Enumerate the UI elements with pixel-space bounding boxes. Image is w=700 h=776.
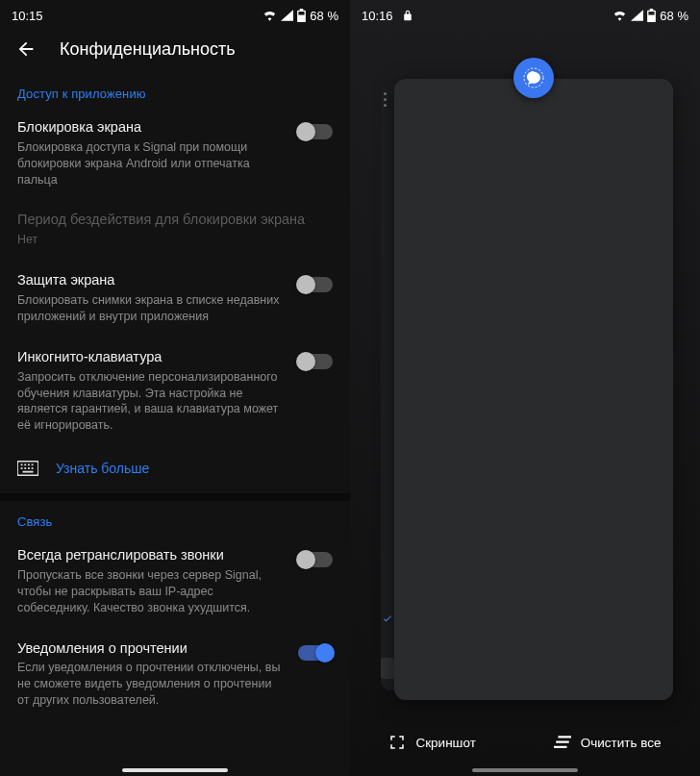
inactivity-title: Период бездействия для блокировки экрана <box>17 211 333 229</box>
recent-card-behind[interactable] <box>381 85 394 690</box>
screenshot-icon <box>388 734 406 751</box>
setting-read-receipts[interactable]: Уведомления о прочтении Если уведомления… <box>0 630 350 722</box>
section-comm-title: Связь <box>0 501 350 537</box>
read-receipts-title: Уведомления о прочтении <box>17 639 283 658</box>
svg-rect-6 <box>21 467 23 469</box>
inactivity-sub: Нет <box>17 232 333 248</box>
recent-app-card[interactable] <box>394 79 673 700</box>
incognito-sub: Запросить отключение персонализированног… <box>17 369 283 435</box>
lock-icon <box>403 10 412 21</box>
relay-sub: Пропускать все звонки через сервер Signa… <box>17 567 283 616</box>
section-access-title: Доступ к приложению <box>0 73 350 109</box>
svg-rect-3 <box>24 464 26 466</box>
signal-app-icon[interactable] <box>513 58 554 98</box>
read-receipts-sub: Если уведомления о прочтении отключены, … <box>17 660 283 709</box>
svg-rect-7 <box>24 467 26 469</box>
setting-screen-lock[interactable]: Блокировка экрана Блокировка доступа к S… <box>0 109 350 201</box>
svg-rect-8 <box>28 467 30 469</box>
screen-security-sub: Блокировать снимки экрана в списке недав… <box>17 292 283 325</box>
battery-icon <box>647 9 656 22</box>
svg-rect-11 <box>649 12 655 15</box>
battery-percent-right: 68 % <box>660 9 688 23</box>
screen-lock-sub: Блокировка доступа к Signal при помощи б… <box>17 139 283 188</box>
settings-screen: 10:15 68 % Конфиденциальность Доступ к п… <box>0 0 350 776</box>
status-time-right: 10:16 <box>362 9 412 23</box>
nav-pill-left[interactable] <box>122 768 228 772</box>
back-arrow-icon[interactable] <box>15 38 37 60</box>
section-divider <box>0 493 350 501</box>
battery-icon <box>297 9 306 22</box>
svg-rect-9 <box>32 467 34 469</box>
screen-security-title: Защита экрана <box>17 271 283 289</box>
screen-lock-toggle[interactable] <box>298 124 333 139</box>
checkmark-icon <box>381 612 394 625</box>
screenshot-label: Скриншот <box>415 736 475 750</box>
status-time: 10:15 <box>12 9 43 23</box>
clear-all-icon <box>554 736 571 749</box>
status-bar-left: 10:15 68 % <box>0 0 350 31</box>
wifi-icon <box>262 10 277 21</box>
signal-icon <box>281 10 293 21</box>
wifi-icon <box>612 10 627 21</box>
recents-actions: Скриншот Очистить все <box>350 726 700 759</box>
setting-screen-security[interactable]: Защита экрана Блокировать снимки экрана … <box>0 262 350 338</box>
status-icons: 68 % <box>262 9 338 23</box>
svg-rect-5 <box>32 464 34 466</box>
learn-more-link[interactable]: Узнать больше <box>56 461 149 476</box>
more-icon <box>384 92 387 107</box>
clear-all-button[interactable]: Очистить все <box>542 728 673 758</box>
screenshot-button[interactable]: Скриншот <box>377 726 487 759</box>
svg-rect-4 <box>28 464 30 466</box>
incognito-toggle[interactable] <box>298 354 333 369</box>
recents-screen: 10:16 68 % <box>350 0 700 776</box>
relay-title: Всегда ретранслировать звонки <box>17 546 283 564</box>
svg-rect-2 <box>21 464 23 466</box>
relay-toggle[interactable] <box>298 552 333 567</box>
screen-security-toggle[interactable] <box>298 277 333 292</box>
status-icons-right: 68 % <box>612 9 688 23</box>
setting-incognito[interactable]: Инкогнито-клавиатура Запросить отключени… <box>0 338 350 447</box>
clear-all-label: Очистить все <box>581 736 662 750</box>
screen-lock-title: Блокировка экрана <box>17 118 283 137</box>
keyboard-icon <box>17 461 38 476</box>
status-bar-right: 10:16 68 % <box>350 0 700 31</box>
signal-icon <box>631 10 643 21</box>
page-title: Конфиденциальность <box>60 39 236 60</box>
learn-more-row[interactable]: Узнать больше <box>0 447 350 493</box>
nav-pill-right[interactable] <box>472 768 578 772</box>
header: Конфиденциальность <box>0 31 350 73</box>
setting-relay[interactable]: Всегда ретранслировать звонки Пропускать… <box>0 537 350 629</box>
svg-rect-10 <box>23 471 34 473</box>
mic-hint <box>381 658 394 679</box>
incognito-title: Инкогнито-клавиатура <box>17 348 283 366</box>
read-receipts-toggle[interactable] <box>298 645 333 661</box>
svg-rect-0 <box>299 12 305 15</box>
battery-percent: 68 % <box>310 9 338 23</box>
setting-inactivity: Период бездействия для блокировки экрана… <box>0 201 350 262</box>
